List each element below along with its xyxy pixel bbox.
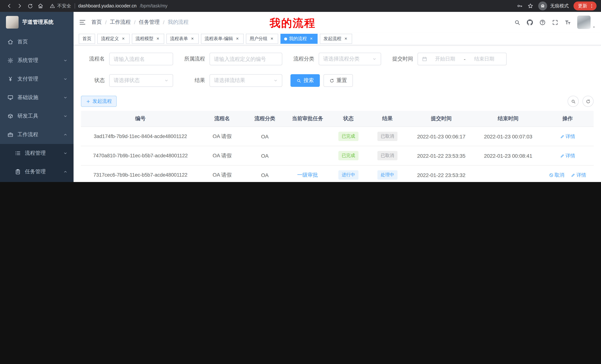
tab[interactable]: 发起流程 ×	[320, 34, 352, 44]
browser-menu-icon[interactable]	[589, 3, 594, 9]
reset-button[interactable]: 重置	[323, 74, 353, 87]
show-search-button[interactable]	[568, 96, 579, 107]
refresh-icon	[330, 78, 334, 83]
table-row: 7470a810-7b9b-11ec-b5b7-acde48001122 OA …	[81, 146, 594, 165]
sidebar-item-label: 基础设施	[18, 94, 38, 101]
process-name-input[interactable]	[109, 53, 173, 65]
incognito-label: 无痕模式	[550, 3, 569, 9]
cancel-action[interactable]: 取消	[549, 172, 564, 178]
tab[interactable]: 我的流程 ×	[280, 34, 318, 44]
status-select[interactable]: 请选择状态	[109, 74, 173, 87]
tab[interactable]: 流程表单 ×	[166, 34, 199, 44]
parent-process-label: 所属流程	[181, 56, 205, 62]
detail-action[interactable]: 详情	[560, 152, 575, 159]
chevron-down-icon	[164, 78, 169, 83]
filter-status: 状态 请选择状态	[81, 74, 173, 87]
parent-process-input[interactable]	[210, 53, 282, 65]
sidebar-item-label: 流程管理	[25, 150, 46, 157]
tab-close-icon[interactable]: ×	[269, 36, 274, 41]
table-header-cell: 结果	[367, 111, 408, 127]
filter-submit-time: 提交时间 开始日期 - 结束日期	[389, 53, 507, 65]
sidebar-item[interactable]: 流程管理	[0, 144, 74, 163]
result-select[interactable]: 请选择流结果	[210, 74, 282, 87]
tab-close-icon[interactable]: ×	[190, 36, 195, 41]
current-task-link[interactable]: 一级审批	[297, 172, 318, 178]
page-content: 流程名 所属流程 流程分类 请选择流程分类	[74, 45, 601, 182]
sidebar-item-label: 工作流程	[18, 131, 38, 138]
sidebar-item[interactable]: 系统管理	[0, 51, 74, 70]
sidebar-item[interactable]: 首页	[0, 33, 74, 51]
caret-down-icon	[592, 25, 596, 29]
tab-label: 首页	[82, 36, 91, 42]
tab-close-icon[interactable]: ×	[155, 36, 160, 41]
process-name-label: 流程名	[81, 56, 105, 62]
breadcrumb-item[interactable]: 任务管理	[139, 19, 160, 26]
tab-close-icon[interactable]: ×	[121, 36, 126, 41]
detail-action[interactable]: 详情	[571, 172, 586, 178]
category-select[interactable]: 请选择流程分类	[319, 53, 381, 65]
pencil-icon	[560, 134, 564, 139]
filter-category: 流程分类 请选择流程分类	[290, 53, 381, 65]
github-icon[interactable]	[527, 19, 533, 25]
process-category: OA	[244, 127, 285, 146]
breadcrumb-item[interactable]: 首页	[91, 19, 102, 26]
ban-icon	[549, 173, 553, 177]
chevron-icon	[63, 133, 68, 137]
sidebar-item[interactable]: 工作流程	[0, 125, 74, 144]
tab[interactable]: 流程表单-编辑 ×	[201, 34, 244, 44]
submit-time-range-picker[interactable]: 开始日期 - 结束日期	[418, 53, 507, 65]
security-chip[interactable]: 不安全	[50, 3, 71, 9]
update-button[interactable]: 更新	[573, 1, 597, 10]
process-id: 7470a810-7b9b-11ec-b5b7-acde48001122	[81, 146, 200, 165]
tab-label: 流程表单-编辑	[205, 36, 233, 42]
app-logo[interactable]: 芋道管理系统	[0, 12, 74, 33]
process-id: 3ad174fb-7b9d-11ec-8404-acde48001122	[81, 127, 200, 146]
breadcrumb-item[interactable]: 我的流程	[168, 19, 189, 26]
process-id: 7317cec6-7b9b-11ec-b5b7-acde48001122	[81, 165, 200, 182]
sidebar-item[interactable]: 任务管理	[0, 163, 74, 181]
sidebar-item[interactable]: 我的流程	[0, 181, 74, 182]
browser-back-button[interactable]	[4, 1, 14, 11]
tab[interactable]: 流程模型 ×	[132, 34, 164, 44]
tab[interactable]: 流程定义 ×	[97, 34, 130, 44]
sidebar-item-icon	[7, 95, 13, 101]
browser-reload-button[interactable]	[25, 1, 35, 11]
tab-close-icon[interactable]: ×	[235, 36, 240, 41]
chevron-icon	[63, 114, 68, 118]
avatar[interactable]	[577, 16, 591, 29]
breadcrumb-item[interactable]: 工作流程	[110, 19, 131, 26]
table-header-cell: 当前审批任务	[285, 111, 330, 127]
sidebar-item[interactable]: 支付管理	[0, 70, 74, 88]
help-icon[interactable]	[539, 19, 546, 25]
table-row: 3ad174fb-7b9d-11ec-8404-acde48001122 OA …	[81, 127, 594, 146]
tab-close-icon[interactable]: ×	[343, 36, 348, 41]
bookmark-star-icon[interactable]	[527, 3, 533, 9]
font-size-icon[interactable]	[565, 19, 571, 25]
process-category: OA	[244, 165, 285, 182]
address-bar[interactable]: 不安全 dashboard.yudao.iocoder.cn/bpm/task/…	[50, 3, 168, 9]
sidebar-item-label: 任务管理	[25, 168, 46, 175]
refresh-table-button[interactable]	[582, 96, 594, 107]
browser-home-button[interactable]	[36, 1, 45, 11]
fullscreen-icon[interactable]	[552, 19, 558, 25]
sidebar-item[interactable]: 基础设施	[0, 88, 74, 107]
sidebar-item-icon	[7, 57, 13, 63]
create-process-button[interactable]: 发起流程	[81, 96, 117, 107]
detail-action[interactable]: 详情	[560, 133, 575, 140]
sidebar-toggle-button[interactable]	[74, 19, 91, 26]
search-icon[interactable]	[514, 19, 521, 25]
user-menu[interactable]	[577, 16, 596, 29]
end-date-placeholder: 结束日期	[466, 56, 502, 62]
key-icon[interactable]	[517, 3, 523, 9]
table-header-cell: 流程分类	[244, 111, 285, 127]
status-badge: 已完成	[338, 132, 359, 141]
tab[interactable]: 用户分组 ×	[246, 34, 278, 44]
browser-forward-button[interactable]	[15, 1, 25, 11]
tab-close-icon[interactable]: ×	[309, 36, 314, 41]
result-placeholder: 请选择流结果	[214, 77, 245, 84]
tab[interactable]: 首页 ×	[79, 34, 95, 44]
search-button[interactable]: 搜索	[290, 74, 320, 87]
submit-time: 2022-01-22 23:53:35	[408, 146, 475, 165]
sidebar-item[interactable]: 研发工具	[0, 107, 74, 125]
table-row: 7317cec6-7b9b-11ec-b5b7-acde48001122 OA …	[81, 165, 594, 182]
